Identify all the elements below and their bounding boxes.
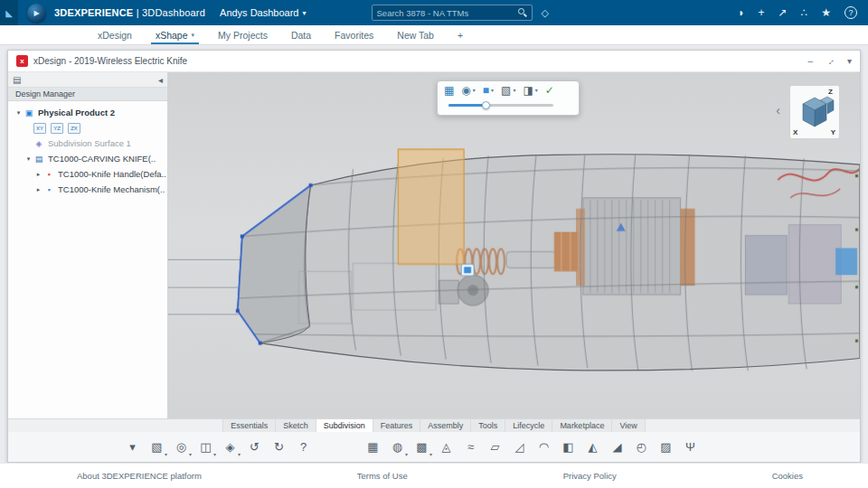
bend-tool[interactable]: ≈ — [460, 436, 481, 457]
plane-icon-zx[interactable]: ZX — [68, 123, 80, 134]
subdivision-slider[interactable] — [448, 101, 553, 109]
tab-my-projects[interactable]: My Projects — [206, 25, 279, 44]
chevron-down-icon: ▾ — [189, 451, 192, 457]
axis-x-label[interactable]: X — [793, 128, 797, 136]
primitive-box-tool[interactable]: ▧▾ — [146, 436, 167, 457]
expander-icon[interactable]: ▸ — [33, 171, 43, 178]
dashboard-selector[interactable]: Andys Dashboard ▾ — [220, 7, 306, 18]
subdivision-level-button[interactable]: ▧▾ — [501, 85, 515, 96]
primitive-sphere-tool[interactable]: ◎▾ — [171, 436, 192, 457]
collaborate-icon[interactable]: ∴ — [801, 7, 808, 18]
window-menu-button[interactable]: ▾ — [847, 56, 852, 66]
knife-tool[interactable]: ◢ — [607, 436, 627, 457]
compass-icon[interactable]: ▶ — [27, 4, 46, 23]
extrude-face-tool-glyph: ◧ — [562, 440, 573, 454]
viewport-3d[interactable]: ▦◉▾■▾▧▾◨▾✓ ‹ Z X Y — [168, 72, 860, 418]
axis-y-label[interactable]: Y — [831, 128, 835, 136]
tree-item-label: Physical Product 2 — [38, 108, 115, 117]
plane-cut-tool[interactable]: ▱ — [485, 436, 505, 457]
split-tool[interactable]: Ψ — [680, 436, 701, 457]
ribbon-tab-sketch[interactable]: Sketch — [276, 419, 316, 432]
shading-mode-button[interactable]: ◉▾ — [461, 85, 476, 96]
axis-z-label[interactable]: Z — [828, 88, 833, 96]
tree-row[interactable]: ▾▤TC1000-CARVING KNIFE(.. — [8, 151, 167, 166]
footer-link-terms-of-use[interactable]: Terms of Use — [357, 471, 408, 481]
expander-icon[interactable]: ▾ — [24, 155, 33, 163]
expander-icon[interactable]: ▸ — [33, 186, 43, 193]
chevron-down-icon: ▾ — [192, 32, 195, 39]
tab-data[interactable]: Data — [279, 25, 323, 44]
footer-link-privacy-policy[interactable]: Privacy Policy — [563, 471, 617, 481]
redo-button[interactable]: ↻ — [269, 436, 289, 457]
view-cube[interactable]: Z X Y — [789, 85, 840, 139]
ribbon-tab-tools[interactable]: Tools — [471, 419, 505, 432]
ribbon-tab-features[interactable]: Features — [373, 419, 421, 432]
ribbon-tab-view[interactable]: View — [612, 419, 645, 432]
pinch-tool[interactable]: ◭ — [582, 436, 603, 457]
mesh-display-button[interactable]: ◨▾ — [523, 85, 537, 96]
tab-label: xDesign — [98, 30, 132, 41]
undo-button[interactable]: ↺ — [244, 436, 265, 457]
ribbon-tab-subdivision[interactable]: Subdivision — [316, 419, 373, 432]
viewcube-collapse-icon[interactable]: ‹ — [776, 103, 780, 117]
footer-link-about-3dexperience-platform[interactable]: About 3DEXPERIENCE platform — [77, 471, 202, 481]
tree-item-label: TC1000-Knife Handle(Defa.. — [58, 169, 166, 179]
window-actions: –↔▾ — [807, 56, 852, 66]
ribbon-tab-lifecycle[interactable]: Lifecycle — [505, 419, 552, 432]
share-icon[interactable]: ↗ — [778, 7, 788, 18]
panel-collapse-icon[interactable]: ◂ — [158, 75, 163, 85]
chevron-down-icon: ▾ — [491, 88, 494, 93]
display-mode-button[interactable]: ▦ — [444, 85, 454, 96]
zoom-slider-knob[interactable] — [482, 101, 490, 109]
tree-row[interactable]: ▸▪TC1000-Knife Handle(Defa.. — [8, 166, 167, 182]
footer-link-cookies[interactable]: Cookies — [772, 471, 803, 481]
layers-icon[interactable]: ▤ — [13, 75, 21, 85]
tab-xdesign[interactable]: xDesign — [86, 25, 144, 44]
chevron-down-icon: ▾ — [303, 9, 307, 17]
tab-favorites[interactable]: Favorites — [323, 25, 385, 44]
notifications-icon[interactable]: ◗ — [738, 7, 744, 18]
tab-item[interactable]: + — [446, 25, 475, 44]
tree-row[interactable]: ▸▪TC1000-Knife Mechanism(.. — [8, 182, 167, 197]
search-icon[interactable] — [518, 8, 527, 17]
frame-grid-tool[interactable]: ▦ — [363, 436, 383, 457]
extrude-face-tool[interactable]: ◧ — [558, 436, 579, 457]
fold-tool[interactable]: ◿ — [509, 436, 530, 457]
geodesic-sphere-tool[interactable]: ◍▾ — [387, 436, 408, 457]
apply-ok-button[interactable]: ✓ — [545, 85, 554, 96]
3d-model-canvas[interactable] — [168, 72, 860, 418]
user-favorites-icon[interactable]: ★ — [821, 7, 831, 18]
maximize-button[interactable]: ↔ — [824, 54, 837, 68]
tag-icon[interactable]: ◇ — [542, 7, 549, 19]
global-search[interactable] — [372, 5, 533, 21]
toolbar-overflow-button[interactable]: ▾ — [122, 436, 143, 457]
tab-new-tab[interactable]: New Tab — [385, 25, 446, 44]
chevron-down-icon: ▾ — [513, 88, 515, 93]
ribbon-tab-essentials[interactable]: Essentials — [222, 419, 276, 432]
window-title-bar: x xDesign - 2019-Wireless Electric Knife… — [8, 51, 860, 72]
help-icon[interactable]: ? — [844, 6, 857, 19]
minimize-button[interactable]: – — [807, 56, 813, 66]
ribbon-tab-marketplace[interactable]: Marketplace — [552, 419, 612, 432]
plane-icon-xy[interactable]: XY — [33, 123, 46, 134]
tree-row[interactable]: ▾▣Physical Product 2 — [8, 105, 167, 120]
search-input[interactable] — [377, 8, 518, 18]
convert-tool[interactable]: ◈▾ — [220, 436, 241, 457]
tree-row-planes[interactable]: XYYZZX — [8, 120, 167, 136]
symmetry-tool[interactable]: ◬ — [436, 436, 457, 457]
expander-icon[interactable]: ▾ — [14, 109, 24, 117]
slice-tool[interactable]: ◴ — [631, 436, 652, 457]
color-swatch-button[interactable]: ■▾ — [483, 85, 494, 96]
add-content-icon[interactable]: + — [759, 7, 765, 18]
plane-icon-yz[interactable]: YZ — [51, 123, 63, 134]
help-button[interactable]: ? — [293, 436, 314, 457]
primitive-cylinder-tool[interactable]: ◫▾ — [195, 436, 216, 457]
lattice-tool[interactable]: ▩▾ — [411, 436, 432, 457]
hatch-tool[interactable]: ▨ — [656, 436, 676, 457]
ribbon-tab-assembly[interactable]: Assembly — [420, 419, 471, 432]
arc-tool[interactable]: ◠ — [533, 436, 554, 457]
tree-row[interactable]: ◈Subdivision Surface 1 — [8, 136, 167, 151]
tree-item-label: TC1000-CARVING KNIFE(.. — [48, 154, 156, 164]
brand-title: 3DEXPERIENCE | 3DDashboard — [54, 7, 205, 18]
tab-xshape[interactable]: xShape▾ — [144, 25, 206, 44]
